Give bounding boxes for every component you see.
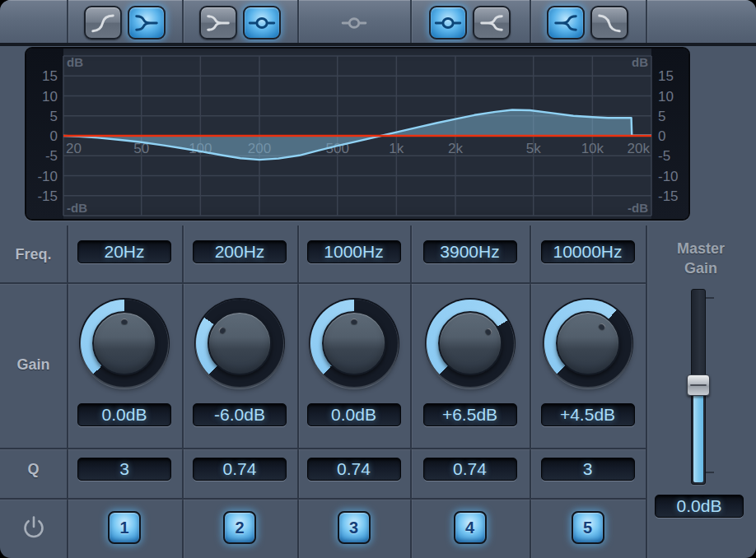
q-row-label: Q	[0, 461, 67, 478]
slider-tick-top	[706, 297, 714, 299]
freq-field-band-1[interactable]: 20Hz	[77, 240, 171, 263]
power-icon	[20, 514, 48, 542]
band-column-3: 1000Hz 0.0dB 0.74 3	[297, 0, 410, 558]
gain-knob-band-4[interactable]	[427, 300, 514, 387]
master-gain-label-line2: Gain	[646, 258, 756, 278]
svg-text:-10: -10	[658, 169, 679, 184]
gain-row-label: Gain	[0, 356, 67, 374]
freq-field-band-2[interactable]: 200Hz	[193, 240, 287, 263]
band-4-enable-button[interactable]: 4	[454, 511, 487, 544]
svg-text:-5: -5	[658, 148, 670, 164]
band-1-enable-button[interactable]: 1	[108, 511, 141, 544]
band-column-2: 200Hz -6.0dB 0.74 2	[182, 0, 297, 558]
master-gain-label-line1: Master	[646, 239, 756, 258]
knob-pointer-dot	[217, 326, 226, 335]
knob-pointer-dot	[484, 328, 492, 336]
q-field-band-1[interactable]: 3	[77, 458, 171, 481]
freq-field-band-3[interactable]: 1000Hz	[307, 240, 401, 263]
band-3-enable-button[interactable]: 3	[338, 511, 371, 544]
gain-field-band-3[interactable]: 0.0dB	[307, 403, 401, 426]
band-5-enable-button[interactable]: 5	[572, 511, 604, 544]
band-column-1: 20Hz 0.0dB 3 1	[67, 0, 182, 558]
master-gain-field[interactable]: 0.0dB	[655, 495, 744, 518]
band-2-enable-button[interactable]: 2	[223, 511, 256, 544]
band-column-4: 3900Hz +6.5dB 0.74 4	[410, 0, 530, 558]
master-gain-label: Master Gain	[646, 239, 756, 278]
master-gain-slider-fill	[693, 393, 703, 482]
channel-eq-window: 151510105500-5-5-10-10-15-15205010020050…	[0, 0, 756, 558]
power-button[interactable]	[20, 514, 48, 542]
svg-text:5: 5	[50, 109, 58, 124]
svg-text:0: 0	[658, 128, 665, 144]
q-field-band-2[interactable]: 0.74	[193, 458, 287, 481]
knob-pointer-dot	[121, 319, 128, 324]
slider-tick-bottom	[706, 472, 714, 473]
gain-field-band-2[interactable]: -6.0dB	[193, 403, 287, 426]
freq-field-band-5[interactable]: 10000Hz	[541, 240, 635, 263]
svg-text:5: 5	[658, 109, 665, 124]
knob-pointer-dot	[351, 319, 357, 324]
freq-row-label: Freq.	[0, 246, 67, 263]
gain-knob-band-3[interactable]	[310, 300, 398, 387]
svg-text:15: 15	[42, 68, 58, 84]
q-field-band-3[interactable]: 0.74	[307, 458, 401, 481]
svg-text:10: 10	[42, 89, 58, 105]
svg-text:0: 0	[50, 128, 58, 144]
q-field-band-4[interactable]: 0.74	[423, 458, 517, 481]
svg-text:-15: -15	[658, 188, 679, 204]
toolbar-divider	[646, 0, 647, 44]
master-gain-slider-thumb[interactable]	[687, 374, 710, 396]
svg-text:-10: -10	[37, 169, 58, 184]
svg-text:15: 15	[658, 68, 674, 84]
gain-knob-band-2[interactable]	[196, 300, 283, 387]
svg-text:-5: -5	[45, 148, 58, 164]
q-field-band-5[interactable]: 3	[541, 458, 635, 481]
gain-field-band-4[interactable]: +6.5dB	[423, 403, 517, 426]
gain-field-band-5[interactable]: +4.5dB	[541, 403, 635, 426]
band-column-5: 10000Hz +4.5dB 3 5	[530, 0, 646, 558]
gain-field-band-1[interactable]: 0.0dB	[77, 403, 171, 426]
knob-pointer-dot	[597, 323, 606, 332]
svg-text:-15: -15	[37, 188, 58, 204]
freq-field-band-4[interactable]: 3900Hz	[423, 240, 517, 263]
gain-knob-band-5[interactable]	[544, 300, 632, 387]
svg-text:10: 10	[658, 89, 674, 105]
gain-knob-band-1[interactable]	[81, 300, 168, 387]
